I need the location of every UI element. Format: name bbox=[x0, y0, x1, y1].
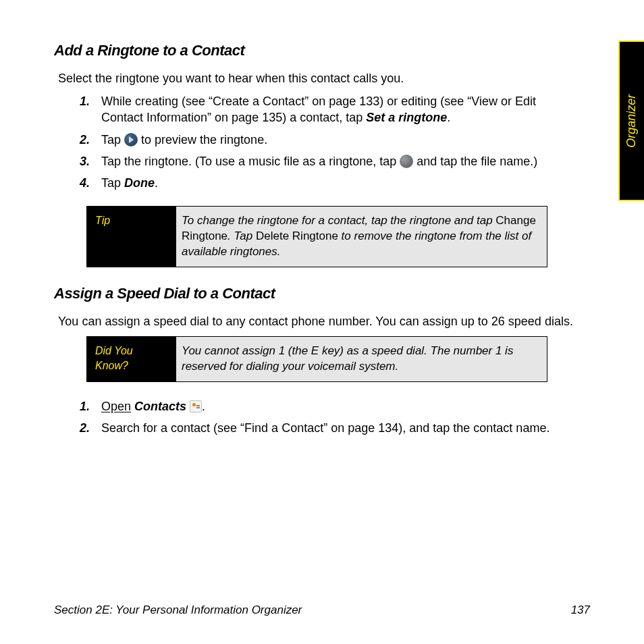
step-text: While creating (see “Create a Contact” o… bbox=[101, 95, 536, 124]
play-icon bbox=[124, 133, 138, 146]
side-tab-label: Organizer bbox=[624, 94, 640, 147]
heading-speed-dial: Assign a Speed Dial to a Contact bbox=[54, 284, 580, 304]
dyk-label: Did You Know? bbox=[87, 337, 176, 381]
step-text: Search for a contact (see “Find a Contac… bbox=[101, 421, 549, 435]
step-text: Tap the ringtone. (To use a music file a… bbox=[101, 155, 400, 168]
step-4: 4. Tap Done. bbox=[86, 175, 580, 191]
section-speed-dial: Assign a Speed Dial to a Contact You can… bbox=[54, 284, 580, 436]
page-content: Add a Ringtone to a Contact Select the r… bbox=[0, 0, 644, 437]
step-number: 4. bbox=[80, 175, 90, 191]
step-bold: Contacts bbox=[134, 400, 186, 413]
tip-callout: Tip To change the ringtone for a contact… bbox=[86, 206, 547, 267]
step-text: Tap bbox=[101, 133, 124, 146]
music-icon bbox=[400, 155, 413, 168]
tip-text: To change the ringtone for a contact, ta… bbox=[182, 214, 495, 227]
intro-text: Select the ringtone you want to hear whe… bbox=[58, 70, 580, 86]
step-number: 1. bbox=[80, 398, 90, 414]
steps-speed-dial: 1. Open Contacts . 2. Search for a conta… bbox=[86, 398, 580, 437]
steps-add-ringtone: 1. While creating (see “Create a Contact… bbox=[86, 93, 580, 191]
step-1: 1. While creating (see “Create a Contact… bbox=[86, 93, 580, 126]
tip-bold: Delete Ringtone bbox=[256, 230, 338, 242]
step-text: to preview the ringtone. bbox=[138, 133, 267, 146]
step-text: Tap bbox=[101, 176, 124, 190]
step-bold: Set a ringtone bbox=[366, 111, 447, 124]
step-3: 3. Tap the ringtone. (To use a music fil… bbox=[86, 153, 580, 169]
step-1: 1. Open Contacts . bbox=[86, 398, 580, 414]
page-number: 137 bbox=[571, 603, 590, 618]
step-text: and tap the file name.) bbox=[413, 155, 537, 168]
step-number: 3. bbox=[80, 153, 90, 169]
footer-section: Section 2E: Your Personal Information Or… bbox=[54, 603, 302, 618]
step-number: 2. bbox=[80, 420, 90, 436]
tip-body: To change the ringtone for a contact, ta… bbox=[176, 207, 547, 267]
page-footer: Section 2E: Your Personal Information Or… bbox=[54, 603, 590, 618]
intro-text: You can assign a speed dial to any conta… bbox=[58, 313, 580, 329]
heading-add-ringtone: Add a Ringtone to a Contact bbox=[54, 41, 580, 61]
tip-label: Tip bbox=[87, 207, 176, 267]
step-number: 2. bbox=[80, 132, 90, 148]
step-bold: Done bbox=[124, 176, 155, 190]
tip-text: . Tap bbox=[227, 230, 256, 242]
side-tab-organizer: Organizer bbox=[618, 41, 644, 201]
contacts-icon bbox=[190, 400, 202, 412]
step-text: . bbox=[447, 111, 450, 124]
step-number: 1. bbox=[80, 93, 90, 109]
step-2: 2. Search for a contact (see “Find a Con… bbox=[86, 420, 580, 436]
dyk-callout: Did You Know? You cannot assign 1 (the E… bbox=[86, 336, 547, 382]
dyk-body: You cannot assign 1 (the E key) as a spe… bbox=[176, 337, 547, 381]
step-text: . bbox=[155, 176, 158, 190]
open-link[interactable]: Open bbox=[101, 400, 131, 413]
step-2: 2. Tap to preview the ringtone. bbox=[86, 132, 580, 148]
step-text: . bbox=[202, 400, 205, 413]
